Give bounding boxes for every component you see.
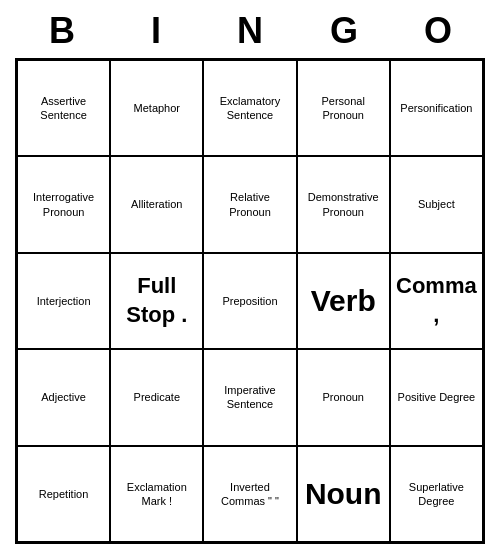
cell-20: Repetition: [17, 446, 110, 542]
cell-15: Adjective: [17, 349, 110, 445]
cell-21: Exclamation Mark !: [110, 446, 203, 542]
cell-6: Alliteration: [110, 156, 203, 252]
cell-18: Pronoun: [297, 349, 390, 445]
cell-2: Exclamatory Sentence: [203, 60, 296, 156]
cell-0: Assertive Sentence: [17, 60, 110, 156]
letter-g: G: [304, 10, 384, 52]
cell-3: Personal Pronoun: [297, 60, 390, 156]
cell-5: Interrogative Pronoun: [17, 156, 110, 252]
letter-i: I: [116, 10, 196, 52]
cell-12: Preposition: [203, 253, 296, 349]
cell-23: Noun: [297, 446, 390, 542]
cell-11: Full Stop .: [110, 253, 203, 349]
letter-n: N: [210, 10, 290, 52]
bingo-grid: Assertive SentenceMetaphorExclamatory Se…: [15, 58, 485, 544]
cell-10: Interjection: [17, 253, 110, 349]
cell-22: Inverted Commas " ": [203, 446, 296, 542]
cell-14: Comma ,: [390, 253, 483, 349]
cell-13: Verb: [297, 253, 390, 349]
cell-19: Positive Degree: [390, 349, 483, 445]
cell-7: Relative Pronoun: [203, 156, 296, 252]
cell-4: Personification: [390, 60, 483, 156]
cell-9: Subject: [390, 156, 483, 252]
cell-24: Superlative Degree: [390, 446, 483, 542]
cell-8: Demonstrative Pronoun: [297, 156, 390, 252]
cell-17: Imperative Sentence: [203, 349, 296, 445]
bingo-header: B I N G O: [15, 0, 485, 58]
cell-1: Metaphor: [110, 60, 203, 156]
letter-o: O: [398, 10, 478, 52]
letter-b: B: [22, 10, 102, 52]
cell-16: Predicate: [110, 349, 203, 445]
